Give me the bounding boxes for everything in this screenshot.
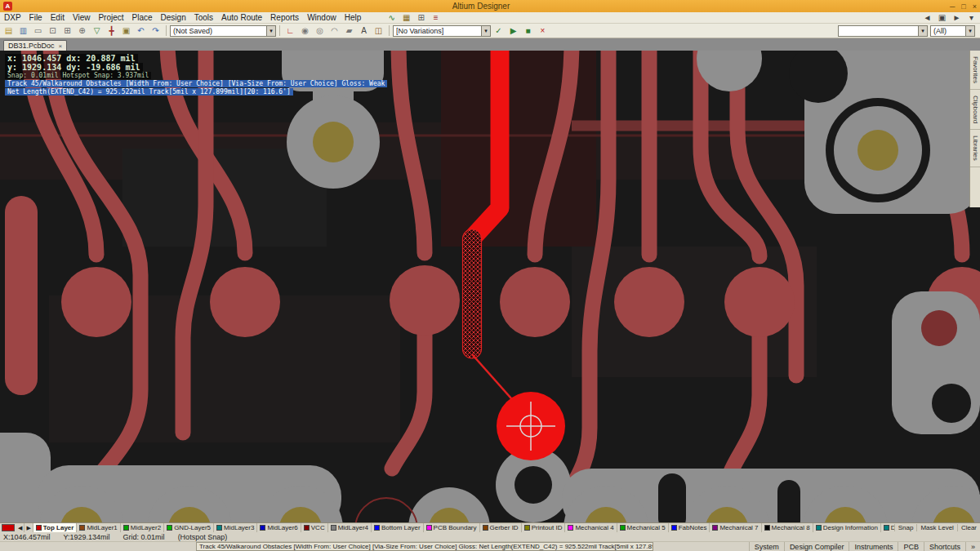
clipboard-icon[interactable]: ▣ bbox=[119, 24, 133, 37]
document-state-combo[interactable]: (Not Saved)▾ bbox=[170, 25, 276, 37]
redo-icon[interactable]: ↷ bbox=[149, 24, 163, 37]
panel-button[interactable]: Shortcuts bbox=[924, 542, 965, 551]
filter-combo[interactable]: ▾ bbox=[838, 25, 928, 37]
place-arc-icon[interactable]: ◠ bbox=[327, 24, 341, 37]
place-fill-icon[interactable]: ▰ bbox=[342, 24, 356, 37]
maximize-button[interactable]: □ bbox=[961, 2, 965, 11]
grid-settings-icon[interactable]: ⊞ bbox=[414, 11, 428, 24]
clear-button[interactable]: Clear bbox=[957, 524, 980, 531]
menu-item[interactable]: Tools bbox=[190, 13, 217, 22]
panel-tab[interactable]: Favorites bbox=[970, 51, 980, 90]
chevron-down-icon[interactable]: ▾ bbox=[918, 26, 927, 36]
layer-tab[interactable]: VCC bbox=[301, 523, 328, 532]
layer-scroll-left[interactable]: ◀ bbox=[16, 523, 24, 532]
menu-item[interactable]: Auto Route bbox=[217, 13, 266, 22]
layer-tab[interactable]: Dimensions bbox=[881, 523, 894, 532]
print-icon[interactable]: ▭ bbox=[31, 24, 45, 37]
menu-item[interactable]: Edit bbox=[47, 13, 69, 22]
menu-item[interactable]: File bbox=[25, 13, 47, 22]
menu-item[interactable]: View bbox=[69, 13, 95, 22]
snapshot-icon[interactable]: ▣ bbox=[935, 11, 949, 24]
layer-tab[interactable]: MidLayer6 bbox=[257, 523, 301, 532]
pcb-editor-canvas[interactable]: x: 1046.457 dx: 20.887 mil y: 1929.134 d… bbox=[0, 51, 980, 522]
mask-level-button[interactable]: Mask Level bbox=[916, 524, 956, 531]
layer-tab[interactable]: MidLayer4 bbox=[328, 523, 372, 532]
menu-item[interactable]: Place bbox=[128, 13, 157, 22]
save-icon[interactable]: ▥ bbox=[16, 24, 30, 37]
panel-tab[interactable]: Clipboard bbox=[970, 90, 980, 130]
layer-tab-label: MidLayer3 bbox=[224, 524, 254, 531]
hud-track-mode: Track 45/Walkaround Obstacles [Width Fro… bbox=[5, 80, 387, 87]
run-icon[interactable]: ▶ bbox=[506, 24, 520, 37]
cross-probe-icon[interactable]: ╋ bbox=[105, 24, 118, 37]
scope-combo[interactable]: (All)▾ bbox=[930, 25, 975, 37]
layer-tab[interactable]: Mechanical 7 bbox=[710, 523, 761, 532]
signal-scope-icon[interactable]: ∿ bbox=[385, 11, 399, 24]
status-bar: X:1046.457mil Y:1929.134mil Grid: 0.01mi… bbox=[0, 532, 980, 541]
zoom-fit-icon[interactable]: ⊡ bbox=[46, 24, 60, 37]
pan-mode-icon[interactable]: ◄ bbox=[920, 11, 934, 24]
layer-tab[interactable]: GND-Layer5 bbox=[164, 523, 214, 532]
layer-tab[interactable]: Top Layer bbox=[33, 523, 78, 532]
chevron-down-icon[interactable]: ▾ bbox=[965, 26, 974, 36]
undo-icon[interactable]: ↶ bbox=[134, 24, 148, 37]
place-component-icon[interactable]: ◫ bbox=[372, 24, 385, 37]
close-tab-icon[interactable]: × bbox=[59, 42, 63, 50]
document-tab[interactable]: DB31.PcbDoc × bbox=[3, 40, 67, 51]
snap-button[interactable]: Snap bbox=[894, 524, 917, 531]
layer-tab[interactable]: Design Information bbox=[813, 523, 881, 532]
panel-tab[interactable]: Libraries bbox=[970, 130, 980, 167]
layer-tab[interactable]: FabNotes bbox=[669, 523, 710, 532]
open-document-icon[interactable]: ▤ bbox=[2, 24, 16, 37]
layer-tab[interactable]: PCB Boundary bbox=[424, 523, 480, 532]
menu-item[interactable]: Help bbox=[341, 13, 366, 22]
layer-tab[interactable]: Mechanical 8 bbox=[762, 523, 813, 532]
layer-color-swatch bbox=[671, 525, 677, 531]
layer-tab[interactable]: Mechanical 5 bbox=[617, 523, 669, 532]
place-via-icon[interactable]: ◎ bbox=[313, 24, 327, 37]
menu-item[interactable]: Window bbox=[303, 13, 341, 22]
layer-scroll-right[interactable]: ▶ bbox=[24, 523, 33, 532]
menu-item[interactable]: Design bbox=[157, 13, 190, 22]
more-dropdown-icon[interactable]: ▾ bbox=[964, 11, 978, 24]
panel-button[interactable]: System bbox=[749, 542, 784, 551]
layer-tab[interactable]: MidLayer1 bbox=[77, 523, 120, 532]
layer-tab[interactable]: Mechanical 4 bbox=[565, 523, 617, 532]
layer-tab[interactable]: Bottom Layer bbox=[372, 523, 424, 532]
standard-toolbar-group: ▤▥▭⊡⊞⊕▽╋▣↶↷ bbox=[2, 24, 163, 37]
layer-tab-label: Bottom Layer bbox=[381, 524, 421, 531]
menu-bar: DXPFileEditViewProjectPlaceDesignToolsAu… bbox=[0, 12, 980, 24]
chevron-down-icon[interactable]: ▾ bbox=[481, 26, 490, 36]
compile-check-icon[interactable]: ✓ bbox=[492, 24, 506, 37]
cancel-icon[interactable]: × bbox=[536, 24, 550, 37]
layer-tab[interactable]: Gerber ID bbox=[480, 523, 522, 532]
board-view-icon[interactable]: ▦ bbox=[399, 11, 413, 24]
menu-item[interactable]: Reports bbox=[266, 13, 303, 22]
zoom-in-icon[interactable]: ⊕ bbox=[75, 24, 89, 37]
hud-y-coord: y: 1929.134 dy: -19.686 mil bbox=[5, 63, 143, 72]
close-button[interactable]: × bbox=[973, 2, 977, 11]
panel-button[interactable]: Instruments bbox=[849, 542, 898, 551]
menu-item[interactable]: Project bbox=[94, 13, 127, 22]
panel-button[interactable]: Design Compiler bbox=[784, 542, 849, 551]
place-string-icon[interactable]: A bbox=[357, 24, 371, 37]
filter-icon[interactable]: ▽ bbox=[90, 24, 104, 37]
panel-overflow-button[interactable]: » bbox=[965, 542, 980, 551]
variant-combo[interactable]: [No Variations]▾ bbox=[393, 25, 491, 37]
place-pad-icon[interactable]: ◉ bbox=[298, 24, 312, 37]
layer-tab[interactable]: MidLayer2 bbox=[121, 523, 164, 532]
layer-tab[interactable]: Printout ID bbox=[522, 523, 566, 532]
chevron-down-icon[interactable]: ▾ bbox=[266, 26, 275, 36]
panel-button[interactable]: PCB bbox=[898, 542, 924, 551]
menu-item[interactable]: DXP bbox=[0, 13, 25, 22]
minimize-button[interactable]: ─ bbox=[950, 2, 955, 11]
layer-tab-label: Gerber ID bbox=[490, 524, 519, 531]
stop-icon[interactable]: ■ bbox=[521, 24, 535, 37]
layer-tab[interactable]: MidLayer3 bbox=[214, 523, 257, 532]
layer-stack-icon[interactable]: ≡ bbox=[429, 11, 443, 24]
zoom-area-icon[interactable]: ⊞ bbox=[60, 24, 74, 37]
zoom-mode-icon[interactable]: ► bbox=[950, 11, 964, 24]
interactive-route-icon[interactable]: ∟ bbox=[283, 24, 297, 37]
layer-tab-label: Mechanical 5 bbox=[627, 524, 666, 531]
layer-color-swatch bbox=[524, 525, 530, 531]
